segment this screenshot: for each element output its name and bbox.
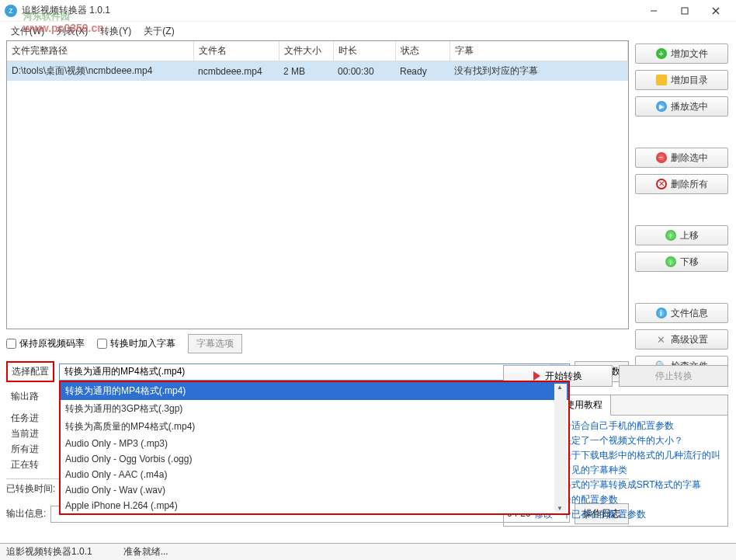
move-up-button[interactable]: ↑上移 (635, 225, 728, 245)
advanced-settings-button[interactable]: ✕高级设置 (635, 329, 728, 350)
titlebar: z 追影视频转换器 1.0.1 (0, 0, 736, 22)
gear-icon: ✕ (656, 334, 667, 345)
file-table[interactable]: 文件完整路径 文件名 文件大小 时长 状态 字幕 D:\tools\桌面\视频\… (6, 40, 629, 329)
dropdown-option[interactable]: Audio Only - AAC (.m4a) (61, 467, 568, 482)
add-subtitle-checkbox[interactable]: 转换时加入字幕 (97, 337, 175, 350)
add-file-button[interactable]: +增加文件 (635, 43, 728, 64)
menu-file[interactable]: 文件(W) (6, 23, 49, 40)
dropdown-option[interactable]: 转换为高质量的MP4格式(.mp4) (61, 418, 568, 436)
info-icon: i (656, 308, 667, 318)
arrow-up-icon: ↑ (665, 230, 676, 241)
play-icon: ▶ (656, 101, 667, 112)
elapsed-label: 已转换时间: (6, 483, 55, 494)
arrow-down-icon: ↓ (665, 256, 676, 267)
config-dropdown[interactable]: 转换为通用的MP4格式(.mp4) 转换为通用的3GP格式(.3gp) 转换为高… (59, 381, 570, 515)
statusbar: 追影视频转换器1.0.1 准备就绪... (0, 543, 736, 560)
dropdown-option[interactable]: Audio Only - Wav (.wav) (61, 482, 568, 498)
converting-label: 正在转 (11, 458, 39, 471)
status-ready: 准备就绪... (123, 545, 168, 558)
config-select[interactable]: 转换为通用的MP4格式(.mp4) ▾ 转换为通用的MP4格式(.mp4) 转换… (59, 363, 570, 381)
minus-icon: − (656, 152, 667, 163)
all-progress-label: 所有进 (11, 443, 39, 456)
minimize-button[interactable] (638, 2, 669, 20)
window-title: 追影视频转换器 1.0.1 (22, 4, 638, 17)
menu-convert[interactable]: 转换(Y) (95, 23, 136, 40)
status-app: 追影视频转换器1.0.1 (6, 545, 92, 558)
file-info-button[interactable]: i文件信息 (635, 303, 728, 323)
dropdown-scrollbar[interactable] (554, 384, 567, 512)
output-info-label: 输出信息: (6, 507, 46, 520)
dropdown-option[interactable]: 转换为通用的MP4格式(.mp4) (61, 382, 568, 400)
table-row[interactable]: D:\tools\桌面\视频\ncmbdeee.mp4 ncmbdeee.mp4… (7, 61, 628, 82)
dropdown-option[interactable]: Audio Only - MP3 (.mp3) (61, 436, 568, 451)
plus-icon: + (656, 48, 667, 59)
maximize-button[interactable] (669, 2, 700, 20)
dropdown-option[interactable]: Apple iPhone H.264 (.mp4) (61, 498, 568, 513)
add-dir-button[interactable]: 增加目录 (635, 70, 728, 90)
delete-selected-button[interactable]: −删除选中 (635, 148, 728, 168)
menu-list[interactable]: 列表(X) (52, 23, 92, 40)
dropdown-option[interactable]: 转换为通用的3GP格式(.3gp) (61, 400, 568, 418)
move-down-button[interactable]: ↓下移 (635, 252, 728, 272)
config-label: 选择配置 (6, 361, 54, 382)
col-duration[interactable]: 时长 (333, 41, 395, 61)
subtitle-options-button[interactable]: 字幕选项 (188, 334, 242, 353)
play-icon (533, 371, 540, 381)
task-progress-label: 任务进 (11, 412, 39, 425)
play-selected-button[interactable]: ▶播放选中 (635, 96, 728, 117)
keep-bitrate-checkbox[interactable]: 保持原视频码率 (6, 337, 85, 350)
col-status[interactable]: 状态 (395, 41, 450, 61)
stop-convert-button[interactable]: 停止转换 (619, 365, 728, 387)
close-button[interactable] (700, 2, 731, 20)
delete-icon: ✕ (656, 179, 667, 190)
current-progress-label: 当前进 (11, 427, 39, 440)
delete-all-button[interactable]: ✕删除所有 (635, 174, 728, 194)
output-path-label: 输出路 (11, 390, 39, 403)
folder-icon (656, 75, 667, 85)
col-name[interactable]: 文件名 (193, 41, 279, 61)
svg-rect-1 (682, 8, 688, 14)
dropdown-option[interactable]: Audio Only - Ogg Vorbis (.ogg) (61, 451, 568, 467)
menu-about[interactable]: 关于(Z) (139, 23, 179, 40)
app-icon: z (5, 5, 17, 17)
col-path[interactable]: 文件完整路径 (7, 41, 193, 61)
col-size[interactable]: 文件大小 (279, 41, 333, 61)
menubar: 文件(W) 列表(X) 转换(Y) 关于(Z) (0, 22, 736, 40)
col-subtitle[interactable]: 字幕 (450, 41, 628, 61)
